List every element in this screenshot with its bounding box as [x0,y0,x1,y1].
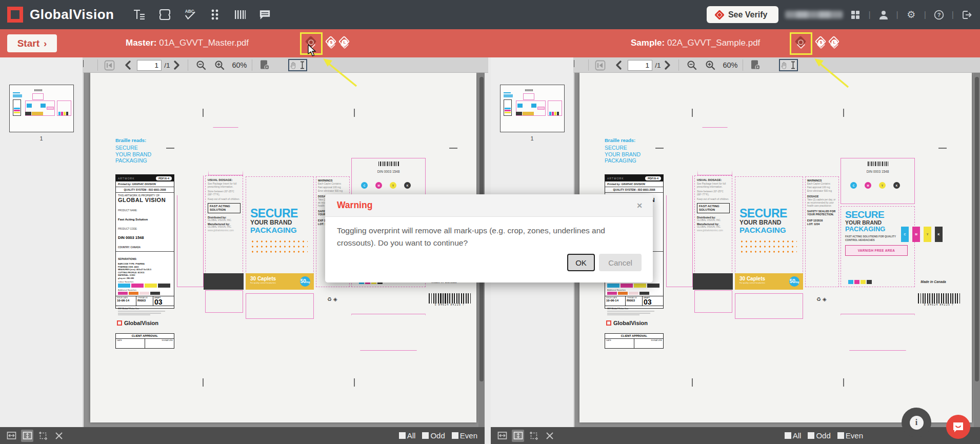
swatch-cyan [607,284,619,288]
spellcheck-icon[interactable]: ABC [183,8,196,22]
close-icon[interactable]: ✕ [636,201,643,210]
page-thumbnail[interactable] [9,85,74,132]
zoom-out-button[interactable] [686,57,698,73]
text-select-ibeam-icon[interactable] [790,61,796,69]
sample-separations-icon[interactable]: $ [814,37,828,50]
user-profile-icon[interactable] [877,9,890,21]
text-inspection-icon[interactable] [132,8,146,22]
crop-tool-button[interactable] [37,430,49,442]
page-settings-icon[interactable] [258,57,271,73]
brand-panel: SECURE YOUR BRAND PACKAGING [735,176,803,287]
dieline-bottom-flap [735,293,803,319]
cmyk-control-dots: C M Y K [361,182,411,189]
topbar-divider: | [952,10,954,19]
zoom-out-button[interactable] [195,57,207,73]
checkbox-odd-box[interactable] [808,432,814,439]
braille-inspection-icon[interactable] [208,8,222,22]
master-separations-icon[interactable]: $ [325,37,338,50]
clear-markups-button[interactable] [53,430,65,442]
logout-icon[interactable] [961,9,973,21]
toolbar-separator [743,59,743,71]
registration-mark [203,378,204,387]
globalvision-inspection-app: { "topbar": { "brand": "GlobalVision", "… [0,0,980,444]
checkbox-odd-box[interactable] [422,432,429,439]
zoom-in-button[interactable] [213,57,226,73]
barcode-inspection-icon[interactable] [233,8,247,22]
logo-square-icon [606,320,611,326]
sample-viewer-scrollbar[interactable] [974,73,980,427]
checkbox-even-box[interactable] [452,432,458,439]
fit-width-button[interactable] [496,430,508,442]
help-icon[interactable]: ? [933,9,945,21]
checkbox-odd[interactable]: Odd [422,431,445,440]
checkbox-odd[interactable]: Odd [808,431,830,440]
master-overprint-toggle-icon[interactable] [305,37,318,50]
cmyk-control-dots: C M Y K [850,182,900,189]
page-number-input[interactable] [137,60,162,71]
client-approval-box: CLIENT APPROVAL DATE SIGNATURE [115,333,174,349]
crop-tool-button[interactable] [528,430,540,442]
annotation-comment-icon[interactable] [258,8,272,22]
sample-overprint-toggle-icon[interactable] [794,37,808,50]
sample-layers-icon[interactable]: L [828,37,841,50]
graphics-inspection-icon[interactable] [157,8,171,22]
cmyk-control-bars: C M Y K [901,227,943,242]
ok-button[interactable]: OK [567,254,595,271]
app-brand-title: GlobalVision [30,7,114,23]
dieline-left-flap [177,175,204,287]
registration-mark [692,378,693,387]
page-settings-icon[interactable] [749,57,762,73]
checkbox-all-box[interactable] [399,432,406,439]
chat-support-button[interactable] [946,415,970,439]
checkbox-even-box[interactable] [837,432,844,439]
globalvision-logo-icon [7,7,23,23]
see-verify-button[interactable]: See Verify [707,6,779,23]
clear-markups-button[interactable] [544,430,556,442]
warning-dialog: Warning ✕ Toggling overprint will remove… [325,194,653,282]
checkbox-even[interactable]: Even [837,431,863,440]
hand-pan-tool-icon[interactable] [781,62,788,69]
master-layers-icon[interactable]: L [338,37,351,50]
brand-panel: SECURE YOUR BRAND PACKAGING [246,176,314,287]
fit-page-button[interactable] [512,430,524,442]
hand-pan-tool-icon[interactable] [290,62,297,69]
checkbox-even[interactable]: Even [452,431,477,440]
swatch-cyan [118,284,130,288]
next-page-button[interactable] [172,57,182,73]
thumbnail-page-number: 1 [491,135,573,142]
first-page-button[interactable] [104,57,115,73]
page-number-input[interactable] [628,60,652,71]
info-button[interactable]: i [902,408,931,437]
made-in-label: Made in Canada [903,280,964,284]
swatch-pink [118,292,128,295]
warning-dialog-header: Warning ✕ [325,194,653,217]
fit-width-button[interactable] [5,430,17,442]
registration-mark [692,109,693,117]
checkbox-all[interactable]: All [785,431,802,440]
first-page-button[interactable] [594,57,606,73]
master-bottom-bar: All Odd Even [0,427,485,444]
pan-select-toggle-group [779,59,798,71]
page-thumbnail[interactable] [500,85,565,132]
warning-dialog-message: Toggling overprint will remove all mark-… [325,217,643,249]
zoom-in-button[interactable] [704,57,716,73]
text-select-ibeam-icon[interactable] [299,61,305,69]
settings-gear-icon[interactable]: ⚙ [905,9,917,21]
apps-grid-icon[interactable] [849,9,862,21]
master-file-title: Master: 01A_GVVT_Master.pdf [126,38,249,48]
previous-page-button[interactable] [614,57,623,73]
dieline-top-flap [697,127,732,175]
start-button[interactable]: Start› [7,34,57,52]
inspection-header-bar: Start› Master: 01A_GVVT_Master.pdf $ L S… [0,29,980,57]
checkbox-all-box[interactable] [785,432,791,439]
previous-page-button[interactable] [123,57,132,73]
swatch-magenta [621,284,633,288]
cancel-button[interactable]: Cancel [599,254,642,271]
globalvision-artwork-logo: GlobalVision [606,320,648,326]
fit-page-button[interactable] [21,430,33,442]
next-page-button[interactable] [663,57,672,73]
toolbar-separator [97,59,98,71]
black-panel-bar [693,273,733,290]
checkbox-all[interactable]: All [399,431,416,440]
topbar-divider: | [868,10,870,19]
